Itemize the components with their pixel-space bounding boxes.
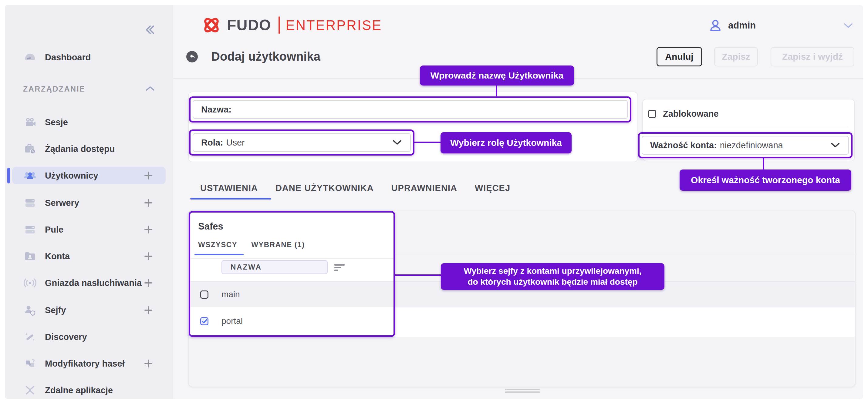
sidebar-collapse-button[interactable]: [142, 22, 157, 38]
callout-connector: [395, 274, 441, 276]
tooltip-name: Wprowadź nazwę Użytkownika: [420, 66, 574, 86]
section-collapse-chevron[interactable]: [145, 85, 155, 92]
tooltip-text: Wybierz rolę Użytkownika: [450, 137, 562, 148]
accounts-folder-icon: [23, 249, 37, 263]
back-arrow-icon: [188, 53, 196, 60]
role-select[interactable]: Rola: User: [193, 133, 411, 152]
tooltip-text: Określ ważność tworzonego konta: [691, 174, 840, 186]
callout-connector: [496, 86, 497, 97]
safe-row-portal[interactable]: portal: [190, 307, 394, 335]
sidebar-item-pule[interactable]: Pule: [12, 221, 166, 238]
sidebar-item-label: Sejfy: [45, 305, 66, 315]
name-input[interactable]: [235, 104, 619, 115]
broadcast-icon: [23, 276, 37, 290]
sidebar-item-modyfikatory-hasel[interactable]: Modyfikatory haseł: [12, 355, 166, 372]
name-field[interactable]: Nazwa:: [193, 100, 628, 119]
sidebar-section-zarzadzanie: ZARZĄDZANIE: [23, 84, 154, 94]
safes-tabs: WSZYSCY WYBRANE (1): [198, 240, 305, 249]
tooltip-role: Wybierz rolę Użytkownika: [440, 132, 571, 154]
tooltip-validity: Określ ważność tworzonego konta: [680, 169, 851, 191]
user-menu[interactable]: admin: [708, 17, 854, 34]
sidebar-item-zadania-dostepu[interactable]: Żądania dostępu: [12, 140, 166, 158]
sidebar-item-label: Konta: [45, 251, 70, 261]
sidebar-item-uzytkownicy[interactable]: Użytkownicy: [12, 167, 166, 184]
logo-divider: [279, 16, 280, 34]
save-and-exit-button[interactable]: Zapisz i wyjdź: [771, 47, 854, 66]
tab-wiecej[interactable]: WIĘCEJ: [475, 183, 510, 193]
save-button[interactable]: Zapisz: [714, 47, 758, 66]
users-icon: [23, 169, 37, 182]
video-camera-icon: [23, 115, 37, 129]
validity-select-highlight: Ważność konta: niezdefiniowana: [638, 132, 852, 158]
plus-icon[interactable]: [145, 226, 152, 234]
user-shield-icon: [23, 303, 37, 317]
sidebar-item-serwery[interactable]: Serwery: [12, 194, 166, 212]
sidebar-item-label: Pule: [45, 225, 63, 235]
card-divider: [648, 127, 848, 127]
product-name: ENTERPRISE: [286, 17, 382, 33]
puzzle-icon: [23, 357, 37, 371]
sidebar-item-gniazda-nasluchiwania[interactable]: Gniazda nasłuchiwania: [12, 274, 166, 292]
safes-divider: [190, 258, 394, 259]
sort-icon[interactable]: [334, 264, 345, 271]
validity-select-value: niezdefiniowana: [720, 140, 783, 150]
sidebar-item-label: Discovery: [45, 332, 87, 342]
plus-icon[interactable]: [145, 199, 152, 207]
safes-tab-wybrane[interactable]: WYBRANE (1): [251, 240, 305, 249]
back-button[interactable]: [186, 51, 198, 63]
magic-wand-icon: [23, 330, 37, 344]
safes-name-filter-input[interactable]: [221, 260, 328, 274]
fudo-knot-icon: [200, 14, 223, 36]
plus-icon[interactable]: [145, 279, 152, 287]
safe-checkbox-portal[interactable]: [200, 317, 209, 325]
tooltip-text: Wprowadź nazwę Użytkownika: [431, 70, 563, 81]
chevron-up-icon: [145, 85, 155, 92]
chevron-down-icon: [392, 139, 402, 146]
server-pool-icon: [23, 223, 37, 237]
tooltip-safes: Wybierz sejfy z kontami uprzywilejowanym…: [441, 263, 664, 290]
section-label-text: ZARZĄDZANIE: [23, 84, 85, 93]
sidebar-item-label: Dashboard: [45, 53, 91, 63]
cancel-label: Anuluj: [665, 52, 693, 62]
tab-dane-uzytkownika[interactable]: DANE UŻYTKOWNIKA: [276, 183, 374, 193]
plus-icon[interactable]: [145, 306, 152, 314]
sidebar-item-konta[interactable]: Konta: [12, 247, 166, 265]
validity-select[interactable]: Ważność konta: niezdefiniowana: [642, 136, 849, 155]
plus-icon[interactable]: [145, 252, 152, 260]
blocked-checkbox[interactable]: [648, 110, 656, 118]
remote-apps-icon: [23, 383, 37, 397]
sidebar-item-discovery[interactable]: Discovery: [12, 328, 166, 346]
fudo-enterprise-logo: FUDO ENTERPRISE: [200, 14, 382, 36]
sidebar-item-dashboard[interactable]: Dashboard: [12, 48, 166, 66]
sidebar-item-label: Serwery: [45, 198, 79, 208]
safe-checkbox-main[interactable]: [200, 291, 209, 299]
sidebar-item-label: Zdalne aplikacje: [45, 385, 113, 395]
safes-tab-wszyscy[interactable]: WSZYSCY: [198, 240, 237, 249]
safes-panel: Safes WSZYSCY WYBRANE (1) main portal: [189, 211, 395, 337]
double-chevron-left-icon: [142, 22, 157, 38]
safes-active-tab-underline: [194, 254, 244, 255]
chevron-down-icon: [830, 142, 840, 148]
role-select-value: User: [226, 138, 245, 148]
safe-name: portal: [221, 316, 243, 326]
cancel-button[interactable]: Anuluj: [656, 47, 702, 66]
safe-row-main[interactable]: main: [190, 282, 394, 307]
resize-handle[interactable]: [505, 389, 540, 393]
sidebar-item-sesje[interactable]: Sesje: [12, 113, 166, 131]
sidebar-item-zdalne-aplikacje[interactable]: Zdalne aplikacje: [12, 381, 166, 399]
active-item-indicator: [7, 168, 10, 183]
tab-ustawienia[interactable]: USTAWIENIA: [200, 183, 258, 193]
name-field-highlight: Nazwa:: [189, 96, 631, 123]
page-title: Dodaj użytkownika: [211, 50, 320, 63]
plus-icon[interactable]: [145, 360, 152, 368]
sidebar-item-sejfy[interactable]: Sejfy: [12, 301, 166, 319]
callout-connector: [763, 158, 764, 169]
sidebar-item-label: Żądania dostępu: [45, 144, 115, 154]
plus-icon[interactable]: [145, 172, 152, 179]
sidebar-item-label: Użytkownicy: [45, 171, 98, 181]
tab-uprawnienia[interactable]: UPRAWNIENIA: [391, 183, 457, 193]
tooltip-text: Wybierz sejfy z kontami uprzywilejowanym…: [464, 266, 641, 276]
safe-name: main: [221, 290, 240, 299]
name-field-label: Nazwa:: [201, 105, 231, 114]
page-tabs: USTAWIENIA DANE UŻYTKOWNIKA UPRAWNIENIA …: [200, 183, 510, 193]
